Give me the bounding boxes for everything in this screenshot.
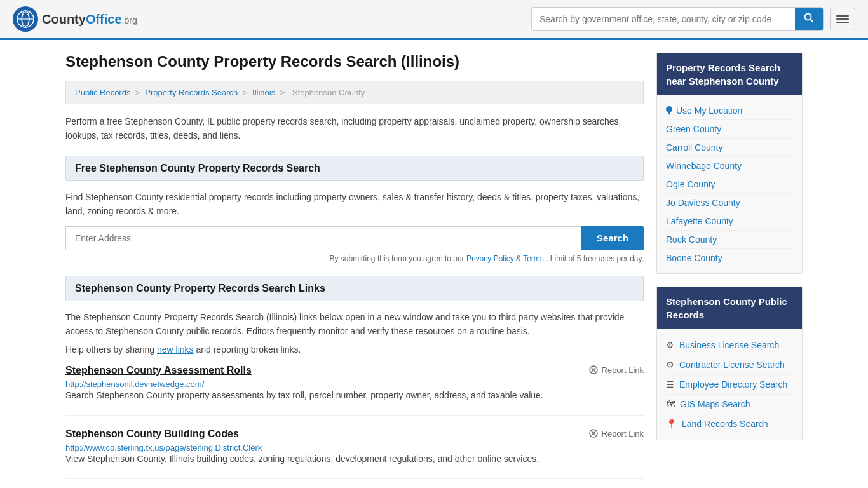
contractor-license-link[interactable]: Contractor License Search (679, 360, 785, 370)
sidebar-lafayette-county[interactable]: Lafayette County (666, 212, 793, 231)
address-form: Search (65, 226, 644, 250)
gear-icon-contractor: ⚙ (666, 360, 674, 370)
links-section-description: The Stephenson County Property Records S… (65, 310, 644, 339)
link-item-header-1: Stephenson County Assessment Rolls Repor… (65, 365, 644, 376)
sidebar: Property Records Search near Stephenson … (656, 53, 803, 488)
breadcrumb-sep-2: > (243, 88, 250, 97)
logo-text: CountyOffice.org (42, 12, 137, 27)
nearby-counties-heading: Property Records Search near Stephenson … (657, 53, 802, 95)
list-icon-employee: ☰ (666, 379, 674, 390)
link-item-desc-2: View Stephenson County, Illinois buildin… (65, 452, 644, 466)
link-item-title-2[interactable]: Stephenson County Building Codes (65, 428, 239, 440)
breadcrumb-sep-3: > (280, 88, 287, 97)
breadcrumb: Public Records > Property Records Search… (65, 81, 644, 104)
map-icon-gis: 🗺 (666, 399, 675, 409)
menu-button[interactable] (830, 8, 855, 30)
report-link-2[interactable]: Report Link (588, 428, 644, 438)
site-header: CountyOffice.org (0, 0, 868, 40)
nearby-counties-box: Property Records Search near Stephenson … (656, 53, 803, 274)
header-right (531, 7, 855, 31)
report-link-1[interactable]: Report Link (588, 365, 644, 375)
links-section: Stephenson County Property Records Searc… (65, 276, 644, 480)
employee-directory-link[interactable]: Employee Directory Search (679, 379, 787, 390)
privacy-policy-link[interactable]: Privacy Policy (466, 254, 514, 263)
free-search-heading: Free Stephenson County Property Records … (65, 156, 644, 181)
sidebar-employee-directory: ☰ Employee Directory Search (666, 375, 793, 395)
business-license-link[interactable]: Business License Search (679, 340, 779, 350)
sidebar-gis-maps: 🗺 GIS Maps Search (666, 395, 793, 414)
main-container: Stephenson County Property Records Searc… (53, 40, 815, 488)
link-item-desc-1: Search Stephenson County property assess… (65, 389, 644, 402)
nearby-counties-content: Use My Location Green County Carroll Cou… (657, 95, 802, 273)
content-area: Stephenson County Property Records Searc… (65, 53, 644, 488)
share-links-text: Help others by sharing new links and rep… (65, 344, 644, 355)
sidebar-carroll-county[interactable]: Carroll County (666, 139, 793, 157)
sidebar-contractor-license: ⚙ Contractor License Search (666, 355, 793, 375)
sidebar-boone-county[interactable]: Boone County (666, 249, 793, 267)
sidebar-ogle-county[interactable]: Ogle County (666, 175, 793, 194)
sidebar-land-records: 📍 Land Records Search (666, 414, 793, 433)
sidebar-jo-daviess-county[interactable]: Jo Daviess County (666, 194, 793, 212)
link-item-url-2[interactable]: http://www.co.sterling.tx.us/page/sterli… (65, 443, 262, 452)
address-search-button[interactable]: Search (581, 226, 644, 250)
svg-point-3 (805, 14, 811, 20)
public-records-heading: Stephenson County Public Records (657, 287, 802, 329)
sidebar-rock-county[interactable]: Rock County (666, 231, 793, 249)
sidebar-green-county[interactable]: Green County (666, 120, 793, 139)
hamburger-line-1 (836, 15, 849, 17)
links-section-heading: Stephenson County Property Records Searc… (65, 276, 644, 301)
sidebar-business-license: ⚙ Business License Search (666, 336, 793, 355)
svg-line-4 (811, 20, 814, 23)
breadcrumb-illinois[interactable]: Illinois (252, 88, 275, 97)
global-search-button[interactable] (795, 8, 823, 30)
form-disclaimer: By submitting this form you agree to our… (65, 254, 644, 263)
gear-icon-business: ⚙ (666, 340, 674, 350)
pin-icon (666, 106, 672, 115)
link-item-url-1[interactable]: http://stephensonil.devnetwedge.com/ (65, 379, 204, 389)
breadcrumb-property-records[interactable]: Property Records Search (145, 88, 238, 97)
hamburger-line-3 (836, 22, 849, 23)
public-records-content: ⚙ Business License Search ⚙ Contractor L… (657, 329, 802, 440)
link-item-building: Stephenson County Building Codes Report … (65, 428, 644, 479)
link-item-title-1[interactable]: Stephenson County Assessment Rolls (65, 365, 252, 376)
use-my-location-link[interactable]: Use My Location (666, 102, 793, 120)
free-search-description: Find Stephenson County residential prope… (65, 190, 644, 219)
global-search-input[interactable] (532, 9, 795, 29)
terms-link[interactable]: Terms (523, 254, 544, 263)
sidebar-winnebago-county[interactable]: Winnebago County (666, 157, 793, 175)
hamburger-line-2 (836, 18, 849, 20)
new-links-link[interactable]: new links (157, 344, 194, 355)
breadcrumb-stephenson: Stephenson County (292, 88, 365, 97)
global-search-bar (531, 7, 824, 31)
link-item-header-2: Stephenson County Building Codes Report … (65, 428, 644, 440)
logo-area: CountyOffice.org (13, 6, 137, 32)
breadcrumb-public-records[interactable]: Public Records (75, 88, 130, 97)
breadcrumb-sep-1: > (135, 88, 142, 97)
pin-icon-land: 📍 (666, 419, 677, 429)
link-item-assessment: Stephenson County Assessment Rolls Repor… (65, 365, 644, 416)
logo-icon (13, 6, 38, 32)
land-records-link[interactable]: Land Records Search (682, 419, 768, 429)
page-description: Perform a free Stephenson County, IL pub… (65, 114, 644, 143)
address-search-input[interactable] (65, 226, 581, 250)
gis-maps-link[interactable]: GIS Maps Search (680, 399, 750, 409)
free-search-section: Free Stephenson County Property Records … (65, 156, 644, 263)
page-title: Stephenson County Property Records Searc… (65, 53, 644, 71)
public-records-box: Stephenson County Public Records ⚙ Busin… (656, 287, 803, 440)
svg-marker-12 (667, 111, 671, 115)
